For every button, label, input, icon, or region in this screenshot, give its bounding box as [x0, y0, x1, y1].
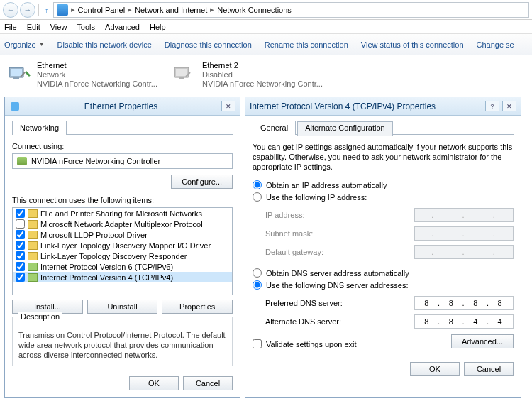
alternate-dns-label: Alternate DNS server:	[265, 317, 341, 326]
list-item[interactable]: Link-Layer Topology Discovery Mapper I/O…	[13, 240, 232, 251]
view-status-button[interactable]: View status of this connection	[361, 40, 464, 49]
menu-edit[interactable]: Edit	[27, 23, 40, 31]
description-text: Transmission Control Protocol/Internet P…	[18, 330, 226, 360]
adapter-name: NVIDIA nForce Networking Controller	[31, 157, 160, 165]
connections-list: Ethernet Network NVIDIA nForce Networkin…	[0, 55, 532, 92]
radio-ip-auto-input[interactable]	[253, 180, 262, 189]
connect-using-label: Connect using:	[12, 142, 233, 150]
tab-alternate-config[interactable]: Alternate Configuration	[297, 121, 393, 136]
adapter-field: NVIDIA nForce Networking Controller	[12, 153, 233, 169]
tab-networking[interactable]: Networking	[12, 121, 67, 135]
ethernet-icon	[7, 61, 33, 87]
breadcrumb[interactable]: ▸ Control Panel ▸ Network and Internet ▸…	[53, 2, 530, 18]
rename-button[interactable]: Rename this connection	[265, 40, 348, 49]
radio-dns-manual[interactable]: Use the following DNS server addresses:	[253, 279, 514, 291]
address-bar: ← → ↑ ▸ Control Panel ▸ Network and Inte…	[0, 0, 532, 20]
list-item[interactable]: Microsoft Network Adapter Multiplexor Pr…	[13, 219, 232, 229]
install-button[interactable]: Install...	[12, 300, 83, 314]
connection-status: Disabled	[202, 70, 323, 79]
ipv4-properties-dialog: Internet Protocol Version 4 (TCP/IPv4) P…	[245, 97, 521, 398]
radio-dns-auto[interactable]: Obtain DNS server address automatically	[253, 267, 514, 279]
radio-dns-manual-input[interactable]	[253, 280, 262, 290]
configure-button[interactable]: Configure...	[171, 175, 233, 189]
list-item[interactable]: Internet Protocol Version 6 (TCP/IPv6)	[13, 261, 232, 272]
connection-ethernet[interactable]: Ethernet Network NVIDIA nForce Networkin…	[6, 60, 165, 87]
change-settings-button[interactable]: Change se	[477, 40, 514, 49]
connection-device: NVIDIA nForce Networking Contr...	[202, 79, 323, 89]
menu-view[interactable]: View	[50, 23, 67, 31]
ethernet-properties-dialog: Ethernet Properties ✕ Networking Connect…	[4, 97, 240, 398]
close-icon[interactable]: ✕	[221, 101, 235, 111]
up-button[interactable]: ↑	[42, 6, 52, 14]
dialog-title: Ethernet Properties	[21, 101, 221, 111]
close-icon[interactable]: ✕	[502, 101, 516, 111]
ok-button[interactable]: OK	[410, 362, 460, 376]
item-checkbox[interactable]	[16, 230, 25, 239]
tab-general[interactable]: General	[253, 121, 296, 135]
item-checkbox[interactable]	[16, 262, 25, 271]
item-checkbox[interactable]	[16, 251, 25, 260]
crumb-network-internet[interactable]: Network and Internet	[135, 6, 207, 14]
help-icon[interactable]: ?	[485, 101, 499, 111]
info-text: You can get IP settings assigned automat…	[253, 142, 514, 172]
radio-ip-manual-input[interactable]	[253, 192, 262, 202]
service-icon	[28, 252, 38, 260]
uninstall-button[interactable]: Uninstall	[87, 300, 158, 314]
disable-device-button[interactable]: Disable this network device	[57, 40, 152, 49]
description-label: Description	[18, 312, 62, 321]
connection-ethernet-2[interactable]: Ethernet 2 Disabled NVIDIA nForce Networ…	[171, 60, 331, 87]
item-checkbox[interactable]	[16, 209, 25, 218]
svg-rect-1	[11, 69, 22, 76]
connection-name: Ethernet	[37, 61, 157, 70]
crumb-control-panel[interactable]: Control Panel	[78, 6, 126, 14]
menu-help[interactable]: Help	[150, 23, 166, 31]
cancel-button[interactable]: Cancel	[464, 362, 514, 376]
forward-button[interactable]: →	[20, 2, 35, 18]
menu-advanced[interactable]: Advanced	[105, 23, 140, 31]
item-label: Microsoft Network Adapter Multiplexor Pr…	[40, 220, 203, 229]
ok-button[interactable]: OK	[129, 376, 179, 390]
menu-file[interactable]: File	[4, 23, 17, 31]
alternate-dns-input[interactable]: 8. 8. 4. 4	[414, 314, 514, 329]
protocol-icon	[28, 273, 38, 282]
item-label: Internet Protocol Version 6 (TCP/IPv6)	[40, 263, 173, 271]
dialog-titlebar[interactable]: Ethernet Properties ✕	[5, 97, 240, 116]
crumb-network-connections[interactable]: Network Connections	[217, 6, 292, 14]
preferred-dns-input[interactable]: 8. 8. 8. 8	[414, 296, 514, 310]
connection-name: Ethernet 2	[202, 61, 323, 70]
list-item[interactable]: Microsoft LLDP Protocol Driver	[13, 229, 232, 240]
properties-button[interactable]: Properties	[162, 300, 233, 314]
ethernet-small-icon	[11, 102, 19, 111]
ethernet-icon	[172, 61, 198, 87]
cancel-button[interactable]: Cancel	[183, 376, 233, 390]
service-icon	[28, 220, 38, 229]
item-label: Microsoft LLDP Protocol Driver	[40, 231, 148, 239]
item-label: Link-Layer Topology Discovery Mapper I/O…	[40, 241, 211, 250]
list-item[interactable]: Link-Layer Topology Discovery Responder	[13, 251, 232, 261]
dialog-titlebar[interactable]: Internet Protocol Version 4 (TCP/IPv4) P…	[245, 97, 521, 116]
back-button[interactable]: ←	[3, 2, 18, 18]
radio-ip-auto[interactable]: Obtain an IP address automatically	[253, 179, 514, 191]
item-checkbox[interactable]	[16, 219, 25, 229]
item-checkbox[interactable]	[16, 241, 25, 250]
organize-button[interactable]: Organize▼	[4, 40, 45, 49]
toolbar: Organize▼ Disable this network device Di…	[0, 34, 532, 55]
radio-dns-auto-input[interactable]	[253, 268, 262, 278]
svg-rect-2	[13, 77, 19, 79]
list-item[interactable]: Internet Protocol Version 4 (TCP/IPv4)	[13, 272, 232, 282]
advanced-button[interactable]: Advanced...	[451, 334, 514, 348]
item-label: Internet Protocol Version 4 (TCP/IPv4)	[40, 273, 173, 282]
items-label: This connection uses the following items…	[12, 196, 233, 204]
svg-rect-4	[176, 69, 187, 76]
radio-ip-manual[interactable]: Use the following IP address:	[253, 191, 514, 203]
item-checkbox[interactable]	[16, 273, 25, 282]
diagnose-button[interactable]: Diagnose this connection	[165, 40, 252, 49]
list-item[interactable]: File and Printer Sharing for Microsoft N…	[13, 208, 232, 219]
validate-checkbox[interactable]	[253, 339, 262, 348]
protocol-icon	[28, 263, 38, 271]
items-listbox[interactable]: File and Printer Sharing for Microsoft N…	[12, 207, 233, 295]
menu-tools[interactable]: Tools	[77, 23, 95, 31]
menu-bar: File Edit View Tools Advanced Help	[0, 20, 532, 34]
ip-address-input: ...	[414, 208, 514, 222]
ip-address-label: IP address:	[265, 211, 304, 219]
